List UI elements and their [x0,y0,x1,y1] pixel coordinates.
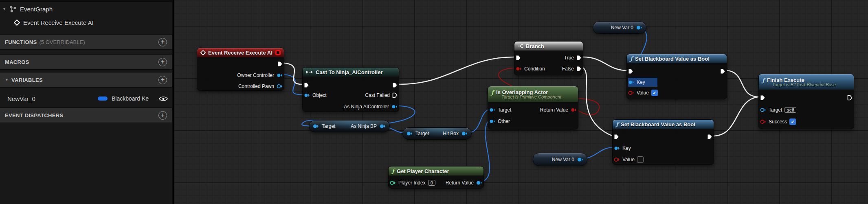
newvar0-out-pin[interactable] [636,25,642,30]
newvar0-out-pin[interactable] [577,157,583,162]
exec-in-pin[interactable] [304,82,309,88]
exec-out-pin[interactable] [277,61,283,67]
node-title: Branch [526,43,544,49]
node-is-overlapping-actor[interactable]: ƒ Is Overlapping Actor Target is Primiti… [488,86,578,129]
variable-name: NewVar_0 [7,95,35,102]
exec-out-pin[interactable] [847,95,853,101]
add-variable-button[interactable]: + [158,76,167,84]
variable-row-newvar0[interactable]: NewVar_0 Blackboard Ke [0,90,172,107]
node-event-receive-execute-ai[interactable]: Event Receive Execute AI Owner Controlle… [197,48,284,91]
pin-label: Target [498,107,511,113]
exec-out-pin[interactable] [392,82,398,88]
variable-type-label: Blackboard Ke [112,95,159,102]
my-blueprint-panel: ▼ EventGraph Event Receive Execute AI FU… [0,0,173,204]
section-variables[interactable]: ▼ VARIABLES + [0,72,172,88]
sidebar-item-event-receive-execute-ai[interactable]: Event Receive Execute AI [0,16,172,29]
pin-label: Hit Box [443,131,459,136]
target-self-value: self [784,107,796,113]
variables-collapse-arrow-icon[interactable]: ▼ [5,78,9,82]
node-branch[interactable]: Branch True Condition False [514,41,583,75]
branch-icon [518,43,523,49]
target-pin[interactable] [407,131,413,136]
pin-label: Controlled Pawn [238,83,274,89]
cast-failed-exec-pin[interactable] [392,92,398,98]
node-get-player-character[interactable]: ƒ Get Player Character Player Index 0 Re… [388,166,484,189]
pin-label: Target [415,131,429,136]
hit-box-out-pin[interactable] [461,131,468,136]
value-pin[interactable] [614,157,620,162]
variable-getter-label: New Var 0 [611,25,633,31]
variables-label: VARIABLES [11,77,43,83]
node-newvar0-getter-top[interactable]: New Var 0 [593,22,646,34]
exec-in-pin[interactable] [760,95,765,101]
value-checkbox[interactable]: ✔ [651,90,658,96]
node-cast-to-ninja-aicontroller[interactable]: Cast To Ninja_AIController Object Cast F… [302,67,399,112]
controlled-pawn-pin[interactable] [277,84,283,89]
as-ninja-aicontroller-pin[interactable] [391,104,398,109]
exec-in-pin[interactable] [516,55,521,61]
exec-out-pin[interactable] [707,134,712,140]
true-exec-pin[interactable] [576,55,582,61]
pin-label: Condition [524,66,545,72]
functions-label: FUNCTIONS [5,39,37,45]
add-event-dispatcher-button[interactable]: + [158,111,167,120]
node-as-ninja-bp[interactable]: Target As Ninja BP [309,120,390,132]
key-pin[interactable] [614,146,620,151]
graph-icon [10,6,17,12]
node-finish-execute[interactable]: ƒ Finish Execute Target is BTTask Bluepr… [758,74,854,129]
section-functions[interactable]: FUNCTIONS (5 OVERRIDABLE) + [0,34,172,50]
pin-label: As Ninja AIController [344,104,389,110]
return-value-pin[interactable] [571,107,577,112]
pin-label: Other [498,118,510,124]
player-index-pin[interactable] [390,180,396,185]
visibility-eye-icon[interactable] [159,96,168,102]
success-pin[interactable] [760,119,766,124]
condition-pin[interactable] [516,66,522,71]
target-pin[interactable] [489,107,495,112]
pin-label: Cast Failed [365,92,390,98]
pin-label: Target [322,123,335,129]
node-title: Event Receive Execute AI [208,50,272,56]
node-title: Set Blackboard Value as Bool [635,56,710,62]
success-checkbox[interactable]: ✔ [789,118,796,125]
variable-getter-label: New Var 0 [552,157,574,162]
section-event-dispatchers[interactable]: EVENT DISPATCHERS + [0,107,172,123]
value-checkbox[interactable] [637,156,644,163]
node-set-blackboard-value-as-bool-2[interactable]: ƒ Set Blackboard Value as Bool Key Value [612,119,714,165]
section-macros[interactable]: MACROS + [0,54,172,70]
eventgraph-label: EventGraph [20,6,53,13]
exec-in-pin[interactable] [628,68,633,74]
other-pin[interactable] [489,119,495,124]
node-title: Cast To Ninja_AIController [316,69,382,75]
node-hit-box[interactable]: Target Hit Box [402,127,472,140]
collapse-arrow-icon[interactable]: ▼ [2,7,7,11]
return-value-pin[interactable] [476,180,482,185]
add-function-button[interactable]: + [158,38,167,46]
panel-top-strip [0,0,172,2]
false-exec-pin[interactable] [576,66,582,72]
macros-label: MACROS [5,59,29,65]
variable-type-pill-icon [98,97,108,101]
exec-out-pin[interactable] [720,68,725,74]
node-subtitle: Target is Primitive Component [491,94,575,99]
player-index-value[interactable]: 0 [428,180,435,186]
owner-controller-pin[interactable] [277,73,283,78]
value-pin[interactable] [628,90,634,95]
as-ninja-bp-out-pin[interactable] [380,124,386,129]
function-icon: ƒ [616,121,618,127]
node-subtitle: Target is BTTask Blueprint Base [762,82,850,87]
functions-overridable-count: (5 OVERRIDABLE) [40,39,85,45]
function-icon: ƒ [392,168,394,174]
target-pin[interactable] [760,107,766,112]
node-newvar0-getter-bottom[interactable]: New Var 0 [533,153,587,166]
pin-label: Key [637,79,645,85]
add-macro-button[interactable]: + [158,58,167,66]
object-pin[interactable] [304,93,310,98]
pin-label: Success [769,119,787,125]
key-pin[interactable] [628,80,634,85]
sidebar-item-eventgraph[interactable]: ▼ EventGraph [0,3,172,15]
event-diamond-icon [200,50,206,55]
exec-in-pin[interactable] [614,134,619,140]
node-set-blackboard-value-as-bool-1[interactable]: ƒ Set Blackboard Value as Bool Key Value… [626,54,727,99]
target-pin[interactable] [313,124,319,129]
